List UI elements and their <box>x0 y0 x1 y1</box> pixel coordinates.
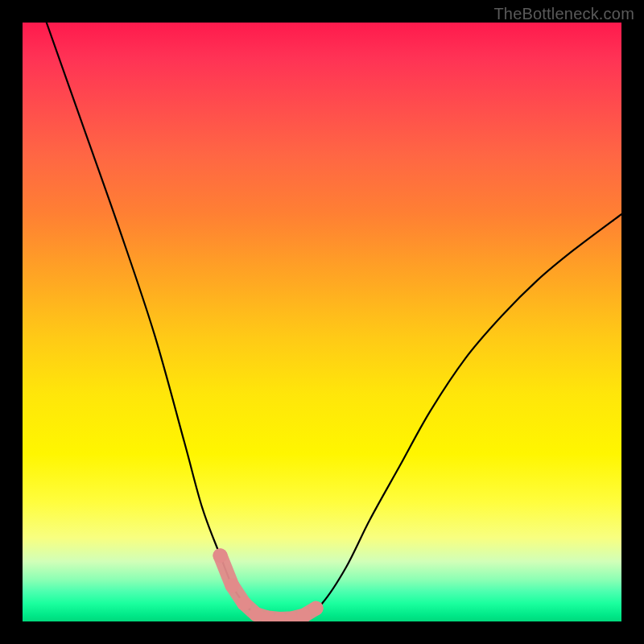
plot-area <box>23 23 621 621</box>
svg-point-0 <box>213 548 228 563</box>
watermark: TheBottleneck.com <box>493 5 634 23</box>
svg-point-8 <box>309 601 324 616</box>
chart-svg <box>23 23 621 621</box>
svg-point-2 <box>237 597 251 611</box>
bottleneck-curve <box>47 23 621 619</box>
svg-point-1 <box>225 578 239 592</box>
valley-marker <box>213 548 324 621</box>
